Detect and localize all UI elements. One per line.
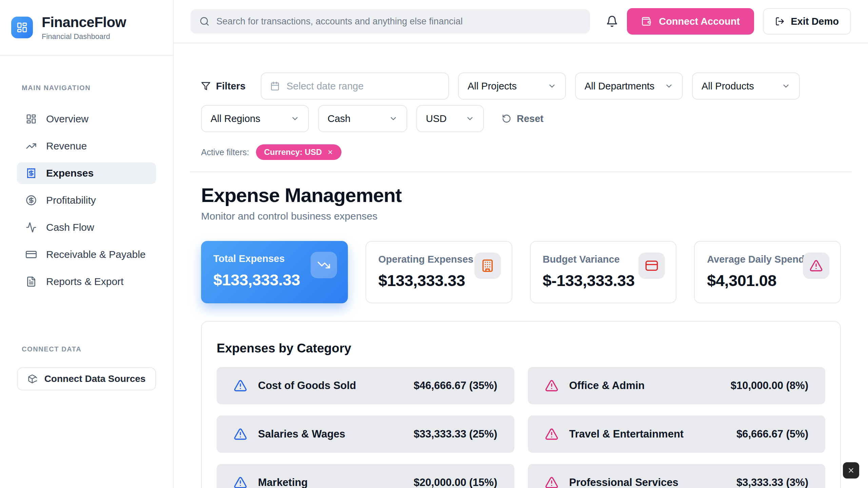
close-overlay-button[interactable]: [843, 462, 859, 479]
stat-card-total-expenses[interactable]: Total Expenses $133,333.33: [201, 241, 348, 303]
sidebar-item-expenses[interactable]: Expenses: [17, 162, 156, 184]
basis-select[interactable]: Cash: [318, 105, 407, 132]
section-divider: [190, 171, 852, 172]
reset-filters-button[interactable]: Reset: [502, 113, 544, 124]
credit-card-icon: [26, 249, 37, 260]
date-range-input[interactable]: [287, 81, 439, 92]
alert-triangle-icon: [234, 476, 247, 488]
filter-funnel-icon: [201, 81, 211, 91]
filters-row-2: All Regions Cash USD Reset: [201, 105, 841, 132]
sidebar-item-label: Profitability: [46, 195, 96, 206]
topbar: Connect Account Exit Demo: [174, 0, 868, 43]
credit-card-icon: [638, 252, 665, 279]
log-out-icon: [775, 17, 785, 26]
chevron-down-icon: [389, 114, 398, 123]
projects-select[interactable]: All Projects: [458, 73, 566, 100]
category-row-cost-of-goods-sold: Cost of Goods Sold $46,666.67 (35%): [217, 367, 514, 404]
sidebar-item-label: Cash Flow: [46, 222, 94, 233]
expenses-by-category-card: Expenses by Category Cost of Goods Sold …: [201, 321, 841, 488]
app-title: FinanceFlow: [42, 14, 126, 30]
main-navigation: Overview Revenue Expenses Profitability …: [0, 108, 173, 298]
chevron-down-icon: [665, 82, 673, 90]
sidebar-item-reports-export[interactable]: Reports & Export: [17, 271, 156, 292]
building-icon: [474, 252, 501, 279]
alert-triangle-icon: [234, 379, 247, 392]
nav-section-heading: MAIN NAVIGATION: [0, 84, 173, 92]
products-select[interactable]: All Products: [692, 73, 800, 100]
sidebar: FinanceFlow Financial Dashboard MAIN NAV…: [0, 0, 174, 488]
main-area: Connect Account Exit Demo Filters: [174, 0, 868, 488]
page-title: Expense Management: [201, 184, 841, 206]
category-grid: Cost of Goods Sold $46,666.67 (35%) Offi…: [217, 367, 825, 488]
regions-select[interactable]: All Regions: [201, 105, 309, 132]
page-subtitle: Monitor and control business expenses: [201, 210, 841, 222]
stat-card-average-daily-spend[interactable]: Average Daily Spend $4,301.08: [694, 241, 841, 303]
category-row-marketing: Marketing $20,000.00 (15%): [217, 464, 514, 488]
chip-close-icon[interactable]: [327, 149, 333, 155]
connect-data-heading: CONNECT DATA: [17, 345, 156, 353]
app-subtitle: Financial Dashboard: [42, 32, 126, 41]
alert-triangle-icon: [545, 476, 558, 488]
active-filters-row: Active filters: Currency: USD: [201, 144, 841, 160]
sidebar-item-profitability[interactable]: Profitability: [17, 189, 156, 211]
stat-card-operating-expenses[interactable]: Operating Expenses $133,333.33: [366, 241, 512, 303]
search-bar: [191, 9, 590, 34]
category-row-professional-services: Professional Services $3,333.33 (3%): [528, 464, 826, 488]
connect-data-sources-button[interactable]: Connect Data Sources: [17, 367, 156, 390]
layout-dashboard-icon: [26, 114, 37, 124]
app-logo-icon: [11, 17, 33, 38]
departments-select[interactable]: All Departments: [575, 73, 683, 100]
calendar-icon: [270, 81, 280, 91]
connect-account-button[interactable]: Connect Account: [627, 8, 754, 35]
wallet-icon: [641, 16, 651, 26]
package-icon: [27, 374, 37, 384]
stat-cards: Total Expenses $133,333.33 Operating Exp…: [201, 241, 841, 303]
search-icon: [199, 16, 210, 26]
category-row-travel-entertainment: Travel & Entertainment $6,666.67 (5%): [528, 415, 826, 453]
date-range-field: [261, 73, 449, 100]
category-section-heading: Expenses by Category: [217, 341, 825, 355]
filters-section: Filters All Projects All Departments: [190, 73, 852, 160]
currency-filter-chip[interactable]: Currency: USD: [256, 144, 342, 160]
rotate-ccw-icon: [502, 114, 511, 123]
trending-up-icon: [26, 141, 37, 151]
alert-triangle-icon: [545, 379, 558, 392]
alert-triangle-icon: [234, 427, 247, 441]
trending-down-icon: [311, 252, 337, 278]
active-filters-label: Active filters:: [201, 147, 249, 157]
circle-dollar-icon: [26, 195, 37, 206]
close-icon: [847, 467, 855, 474]
sidebar-item-label: Reports & Export: [46, 276, 123, 287]
alert-triangle-icon: [803, 252, 829, 279]
expense-section: Expense Management Monitor and control b…: [190, 184, 852, 488]
exit-demo-button[interactable]: Exit Demo: [763, 8, 851, 35]
chevron-down-icon: [548, 82, 556, 90]
notifications-button[interactable]: [606, 15, 618, 27]
chevron-down-icon: [782, 82, 790, 90]
content: Filters All Projects All Departments: [174, 43, 868, 488]
sidebar-item-label: Revenue: [46, 140, 87, 152]
sidebar-item-label: Expenses: [46, 167, 94, 179]
chevron-down-icon: [466, 114, 474, 123]
category-row-salaries-wages: Salaries & Wages $33,333.33 (25%): [217, 415, 514, 453]
bell-icon: [606, 15, 618, 27]
search-input[interactable]: [216, 16, 581, 27]
sidebar-item-revenue[interactable]: Revenue: [17, 135, 156, 157]
category-row-office-admin: Office & Admin $10,000.00 (8%): [528, 367, 826, 404]
connect-data-section: CONNECT DATA Connect Data Sources: [0, 345, 173, 390]
filters-row-1: Filters All Projects All Departments: [201, 73, 841, 100]
app-root: FinanceFlow Financial Dashboard MAIN NAV…: [0, 0, 868, 488]
alert-triangle-icon: [545, 427, 558, 441]
sidebar-item-receivable-payable[interactable]: Receivable & Payable: [17, 244, 156, 265]
chevron-down-icon: [291, 114, 299, 123]
sidebar-item-label: Receivable & Payable: [46, 249, 146, 260]
filters-label: Filters: [201, 81, 245, 92]
receipt-icon: [26, 168, 37, 179]
sidebar-item-label: Overview: [46, 113, 88, 125]
currency-select[interactable]: USD: [416, 105, 484, 132]
file-text-icon: [26, 276, 37, 287]
sidebar-item-overview[interactable]: Overview: [17, 108, 156, 130]
sidebar-item-cash-flow[interactable]: Cash Flow: [17, 217, 156, 238]
stat-card-budget-variance[interactable]: Budget Variance $-133,333.33: [530, 241, 677, 303]
brand: FinanceFlow Financial Dashboard: [0, 0, 173, 56]
